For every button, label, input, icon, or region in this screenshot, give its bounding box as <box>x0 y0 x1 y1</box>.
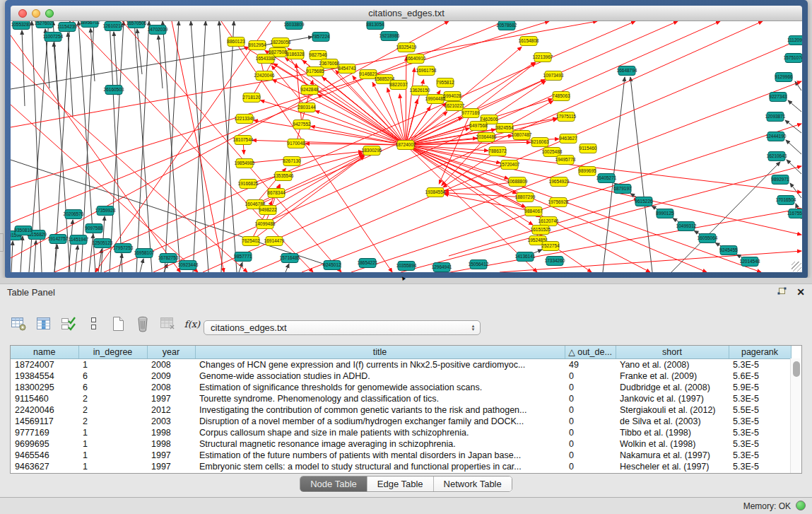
table-row[interactable]: 1456911722003Disruption of a novel membe… <box>11 416 791 427</box>
graph-node[interactable]: 7886372 <box>488 147 507 156</box>
graph-node[interactable]: 7857224 <box>312 33 330 42</box>
graph-node[interactable]: 3824554 <box>495 124 514 133</box>
graph-node[interactable]: 12213967 <box>533 53 553 62</box>
graph-node[interactable]: 26160503 <box>104 86 124 95</box>
graph-node[interactable]: 12014548 <box>740 257 760 267</box>
graph-node[interactable]: 22420046 <box>254 71 275 81</box>
graph-node[interactable]: 16958107 <box>134 249 155 258</box>
graph-node[interactable]: 16640910 <box>406 54 426 64</box>
graph-node[interactable]: 12964941 <box>432 263 452 272</box>
graph-node[interactable]: 9777169 <box>461 109 480 118</box>
graph-node[interactable]: 16210227 <box>445 102 465 111</box>
merge-tables-icon[interactable] <box>83 314 104 334</box>
graph-node[interactable]: 20206576 <box>64 210 84 219</box>
graph-node[interactable]: 9892971 <box>771 175 789 185</box>
table-row[interactable]: 911546021997Tourette syndrome. Phenomeno… <box>11 393 791 404</box>
graph-node[interactable]: 19756928 <box>548 198 569 207</box>
table-select-dropdown[interactable]: citations_edges.txt ▲▼ <box>204 320 481 335</box>
graph-node[interactable]: 8813054 <box>366 21 384 30</box>
graph-node[interactable]: 10355894 <box>396 262 417 271</box>
graph-node[interactable]: 11120998 <box>787 36 802 45</box>
split-divider[interactable]: ▲ <box>0 278 812 284</box>
graph-node[interactable]: 9242848 <box>300 86 319 95</box>
graph-node[interactable]: 12444190 <box>766 132 787 141</box>
graph-node[interactable]: 6994028 <box>443 92 461 101</box>
graph-node[interactable]: 16405271 <box>596 174 617 183</box>
graph-node[interactable]: 8912954 <box>248 41 266 50</box>
minimize-window-button[interactable] <box>32 9 40 18</box>
graph-node[interactable]: 15720407 <box>500 160 520 170</box>
graph-node[interactable]: 16648794 <box>617 66 637 76</box>
graph-node[interactable]: 2522754 <box>541 242 560 251</box>
close-window-button[interactable] <box>18 9 27 18</box>
graph-node[interactable]: 2803144 <box>298 103 316 112</box>
graph-node[interactable]: 18807299 <box>515 193 536 202</box>
graph-node[interactable]: 10499312 <box>676 222 697 231</box>
graph-node[interactable]: 9498222 <box>259 206 277 215</box>
graph-node[interactable]: 16914479 <box>264 237 285 246</box>
float-panel-icon[interactable] <box>777 286 788 298</box>
graph-node[interactable]: 19166825 <box>238 180 259 189</box>
row-selection-icon[interactable] <box>58 314 79 334</box>
graph-node[interactable]: 9245455 <box>719 246 738 255</box>
graph-node[interactable]: 9227343 <box>769 93 787 102</box>
graph-node[interactable]: 10923448 <box>178 261 199 270</box>
graph-node[interactable]: 8678344 <box>267 189 286 198</box>
table-row[interactable]: 2242004622012Investigating the contribut… <box>11 404 791 416</box>
graph-node[interactable]: 9857771 <box>234 252 252 262</box>
graph-node[interactable]: 15716485 <box>280 254 300 263</box>
graph-node[interactable]: 18325419 <box>396 43 417 52</box>
graph-node[interactable]: 18107544 <box>233 136 254 145</box>
table-row[interactable]: 946554611997Estimation of the future num… <box>11 450 791 461</box>
graph-node[interactable]: 11675528 <box>787 209 802 218</box>
column-header-pagerank[interactable]: pagerank <box>729 346 791 358</box>
graph-node[interactable]: 20364486 <box>476 133 497 142</box>
graph-node[interactable]: 11451947 <box>69 235 89 245</box>
table-row[interactable]: 1938455462009Genome-wide association stu… <box>11 370 791 382</box>
graph-node[interactable]: 8822037 <box>389 81 408 90</box>
graph-node[interactable]: 14702039 <box>148 25 168 35</box>
graph-node[interactable]: 2718120 <box>242 93 261 103</box>
graph-node[interactable]: 17957253 <box>113 244 134 253</box>
graph-node[interactable]: 9427552 <box>293 120 311 129</box>
table-scrollbar[interactable] <box>790 358 801 474</box>
collapsed-panel-handle[interactable] <box>0 233 4 252</box>
graph-node[interactable]: 9827546 <box>309 51 327 60</box>
graph-node[interactable]: 20578682 <box>497 21 517 30</box>
graph-node[interactable]: 17975115 <box>556 112 577 122</box>
graph-node[interactable]: 9899695 <box>578 167 596 176</box>
graph-node[interactable]: 9884067 <box>524 207 543 216</box>
graph-node[interactable]: 8267130 <box>283 157 301 166</box>
function-builder-icon[interactable]: f(x) <box>182 314 203 334</box>
graph-node[interactable]: 16055064 <box>698 234 718 243</box>
graph-node[interactable]: 10807487 <box>512 131 532 140</box>
tab-network-table[interactable]: Network Table <box>434 477 512 491</box>
graph-node[interactable]: 18956702 <box>80 21 100 28</box>
graph-node[interactable]: 12213349 <box>235 115 255 124</box>
table-row[interactable]: 977716911998Corpus callosum shape and si… <box>11 427 791 438</box>
graph-node[interactable]: 18300295 <box>362 146 382 156</box>
graph-node[interactable]: 13626150 <box>410 86 430 95</box>
graph-node[interactable]: 9350810 <box>14 226 33 235</box>
graph-node[interactable]: 19218986 <box>379 32 400 41</box>
graph-node[interactable]: 11154239 <box>57 23 77 32</box>
table-row[interactable]: 1872400712008Changes of HCN gene express… <box>11 358 791 370</box>
graph-node[interactable]: 18226058 <box>271 38 291 47</box>
table-row[interactable]: 969969511998Structural magnetic resonanc… <box>11 438 791 450</box>
graph-node[interactable]: 9170048 <box>287 139 305 148</box>
column-header-name[interactable]: name <box>11 346 78 358</box>
column-header-out_degree[interactable]: △ out_de... <box>565 346 616 358</box>
zoom-window-button[interactable] <box>45 9 54 18</box>
graph-node[interactable]: 10553287 <box>11 21 32 30</box>
graph-node[interactable]: 17016504 <box>776 196 796 205</box>
graph-node[interactable]: 19142757 <box>48 235 69 244</box>
tab-edge-table[interactable]: Edge Table <box>367 477 434 491</box>
graph-node[interactable]: 16151525 <box>531 226 551 235</box>
graph-node[interactable]: 8990125 <box>656 209 674 218</box>
table-row[interactable]: 1830029562008Estimation of significance … <box>11 382 791 393</box>
graph-node[interactable]: 12093871 <box>765 112 786 122</box>
graph-node[interactable]: 16210643 <box>767 152 787 161</box>
graph-node[interactable]: 6497568 <box>469 122 488 131</box>
graph-node[interactable]: 16570506 <box>126 21 147 28</box>
graph-node[interactable]: 7625402 <box>242 237 260 246</box>
